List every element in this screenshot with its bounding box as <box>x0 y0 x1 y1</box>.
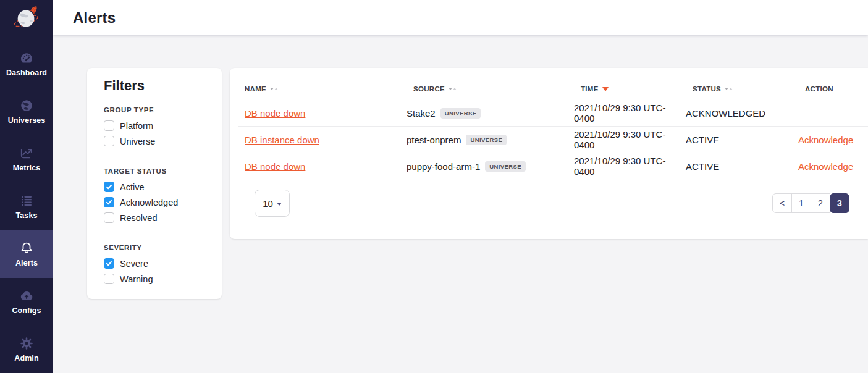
sort-desc-active-icon <box>602 87 609 91</box>
table-body: DB node down Stake2 UNIVERSE 2021/10/29 … <box>238 100 868 179</box>
page-button-1[interactable]: 1 <box>791 193 811 213</box>
filters-panel: Filters GROUP TYPE Platform Universe TAR… <box>87 68 222 299</box>
sidebar-item-label: Metrics <box>13 164 40 172</box>
filter-option-universe[interactable]: Universe <box>104 136 211 146</box>
chart-icon <box>19 146 34 161</box>
page-button-2[interactable]: 2 <box>811 193 830 213</box>
filter-option-acknowledged[interactable]: Acknowledged <box>104 197 211 207</box>
filter-section-label: GROUP TYPE <box>104 106 211 114</box>
filter-section-label: TARGET STATUS <box>104 167 211 175</box>
filter-section: TARGET STATUS Active Acknowledged Resolv… <box>104 167 211 223</box>
checkbox[interactable] <box>104 182 114 192</box>
checkbox[interactable] <box>104 136 114 146</box>
alert-time: 2021/10/29 9:30 UTC-0400 <box>574 156 686 177</box>
planet-rocket-logo-icon <box>12 4 41 32</box>
page-prev-button[interactable]: < <box>772 193 792 213</box>
filter-sections: GROUP TYPE Platform Universe TARGET STAT… <box>104 106 211 284</box>
checkbox[interactable] <box>104 120 114 131</box>
filter-section-label: SEVERITY <box>104 244 211 251</box>
filter-option-platform[interactable]: Platform <box>104 120 211 131</box>
gauge-icon <box>19 51 34 65</box>
filter-option-warning[interactable]: Warning <box>104 274 211 284</box>
page-size-select[interactable]: 10 <box>255 190 290 217</box>
sort-down-icon <box>270 88 274 90</box>
column-header-name[interactable]: NAME <box>245 85 413 93</box>
sidebar-item-admin[interactable]: Admin <box>0 325 53 373</box>
alert-status: ACTIVE <box>686 135 798 145</box>
page-button-3[interactable]: 3 <box>830 193 849 213</box>
sidebar-item-dashboard[interactable]: Dashboard <box>0 40 53 88</box>
filter-option-active[interactable]: Active <box>104 182 211 192</box>
sort-down-icon <box>449 88 452 90</box>
filter-section: GROUP TYPE Platform Universe <box>104 106 211 146</box>
table-header-row: NAME SOURCE TIME STATUS ACTION <box>230 78 868 100</box>
column-header-status[interactable]: STATUS <box>693 85 805 93</box>
gear-icon <box>19 336 34 351</box>
acknowledge-link[interactable]: Acknowledge <box>798 161 853 172</box>
sidebar-item-alerts[interactable]: Alerts <box>0 230 53 278</box>
checkbox[interactable] <box>104 258 114 269</box>
alert-time: 2021/10/29 9:30 UTC-0400 <box>574 129 686 150</box>
table-row: DB instance down ptest-onprem UNIVERSE 2… <box>238 126 868 153</box>
sidebar-item-label: Configs <box>12 306 41 315</box>
source-name: ptest-onprem <box>407 135 461 145</box>
alert-time: 2021/10/29 9:30 UTC-0400 <box>574 103 686 124</box>
column-header-source[interactable]: SOURCE <box>413 85 581 93</box>
table-row: DB node down Stake2 UNIVERSE 2021/10/29 … <box>238 100 868 126</box>
filter-option-label: Resolved <box>120 213 157 223</box>
sort-up-icon <box>453 88 457 90</box>
list-icon <box>19 193 34 208</box>
sidebar-nav: Dashboard Universes Metrics Tasks Alerts… <box>0 40 53 373</box>
filter-section: SEVERITY Severe Warning <box>104 244 211 284</box>
page-size-value: 10 <box>263 198 273 209</box>
source-type-badge: UNIVERSE <box>485 161 526 172</box>
sort-icons <box>270 88 278 90</box>
page-header: Alerts <box>53 0 868 35</box>
source-type-badge: UNIVERSE <box>440 108 481 119</box>
sort-up-icon <box>729 88 733 90</box>
sort-up-icon <box>274 88 278 90</box>
pagination: <123 <box>772 193 849 213</box>
checkbox[interactable] <box>104 197 114 207</box>
sidebar-item-universes[interactable]: Universes <box>0 88 53 135</box>
sidebar-item-label: Dashboard <box>6 69 47 77</box>
sort-icons <box>725 88 733 90</box>
filter-option-severe[interactable]: Severe <box>104 258 211 269</box>
filter-option-label: Warning <box>120 274 153 284</box>
sort-down-icon <box>725 88 728 90</box>
chevron-down-icon <box>277 203 282 206</box>
sidebar-item-tasks[interactable]: Tasks <box>0 183 53 230</box>
alert-name-link[interactable]: DB node down <box>245 161 305 172</box>
checkbox[interactable] <box>104 212 114 223</box>
sidebar-item-configs[interactable]: Configs <box>0 278 53 325</box>
main-area: Alerts Filters GROUP TYPE Platform Unive… <box>53 0 868 373</box>
content-area: Filters GROUP TYPE Platform Universe TAR… <box>53 35 868 373</box>
sidebar-item-label: Tasks <box>15 211 37 220</box>
page-title: Alerts <box>73 9 116 27</box>
source-type-badge: UNIVERSE <box>466 135 507 145</box>
filters-title: Filters <box>104 78 211 94</box>
sort-icons <box>449 88 457 90</box>
alerts-table-card: NAME SOURCE TIME STATUS ACTION DB node d… <box>230 68 868 239</box>
filter-option-label: Active <box>120 182 145 192</box>
filter-option-label: Severe <box>120 259 148 269</box>
filter-option-resolved[interactable]: Resolved <box>104 212 211 223</box>
table-footer: 10 <123 <box>255 190 849 217</box>
sidebar-item-label: Universes <box>8 116 46 125</box>
bell-icon <box>19 241 34 256</box>
alert-name-link[interactable]: DB instance down <box>245 135 319 145</box>
app-logo[interactable] <box>0 0 53 40</box>
sidebar-item-label: Admin <box>14 354 38 363</box>
sidebar-item-metrics[interactable]: Metrics <box>0 135 53 183</box>
alert-name-link[interactable]: DB node down <box>245 108 305 119</box>
source-name: puppy-food-arm-1 <box>407 161 480 172</box>
acknowledge-link[interactable]: Acknowledge <box>798 135 853 145</box>
filter-option-label: Universe <box>120 136 155 146</box>
filter-option-label: Platform <box>120 121 153 131</box>
cloud-upload-icon <box>19 288 34 303</box>
column-header-action: ACTION <box>805 85 868 93</box>
checkbox[interactable] <box>104 274 114 284</box>
alert-status: ACKNOWLEDGED <box>686 108 798 119</box>
app-root: Dashboard Universes Metrics Tasks Alerts… <box>0 0 868 373</box>
column-header-time[interactable]: TIME <box>581 85 693 93</box>
